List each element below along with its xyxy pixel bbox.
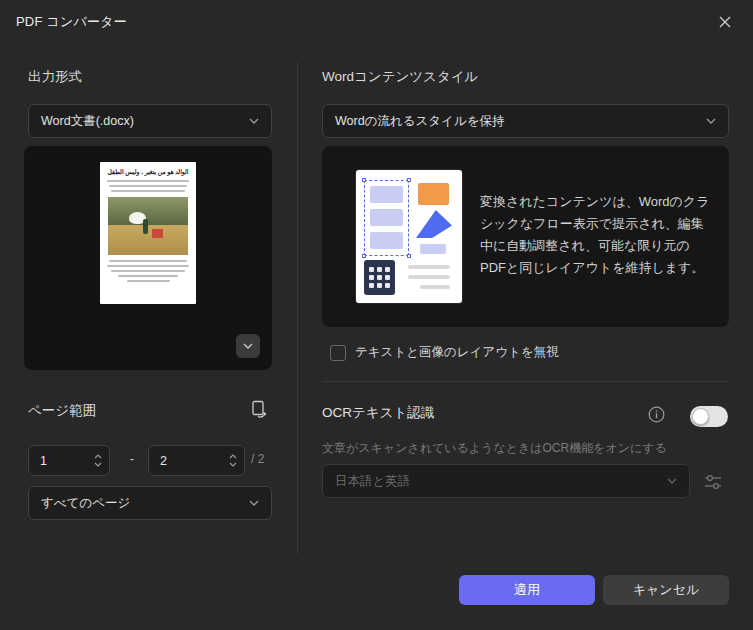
thumbnail-text-line	[109, 260, 186, 262]
output-format-label: 出力形式	[28, 68, 82, 86]
thumbnail-text-line	[111, 190, 184, 192]
toggle-knob	[692, 408, 709, 425]
close-icon	[718, 15, 732, 29]
output-format-value: Word文書(.docx)	[41, 113, 134, 130]
chevron-down-icon	[706, 118, 716, 124]
close-button[interactable]	[711, 8, 739, 36]
page-to-value: 2	[160, 454, 167, 468]
page-from-value: 1	[40, 454, 47, 468]
ocr-hint-text: 文章がスキャンされているようなときはOCR機能をオンにする	[322, 440, 667, 457]
style-description-text: 変換されたコンテンツは、Wordのクラシックなフロー表示で提示され、編集中に自動…	[480, 191, 712, 279]
pages-scope-value: すべてのページ	[41, 495, 130, 512]
ignore-layout-label: テキストと画像のレイアウトを無視	[355, 344, 559, 361]
orange-block	[418, 183, 449, 205]
illustration-bottle-shape	[143, 219, 148, 234]
pdf-converter-dialog: PDF コンバーター 出力形式 Word文書(.docx) الوالد هو …	[0, 0, 753, 630]
thumbnail-text-line	[118, 275, 178, 277]
thumbnail-text-line	[107, 180, 189, 182]
vertical-divider	[297, 62, 298, 554]
info-icon[interactable]	[648, 406, 665, 423]
horizontal-divider	[322, 381, 729, 382]
preview-expand-button[interactable]	[236, 334, 260, 358]
style-description-panel: 変換されたコンテンツは、Wordのクラシックなフロー表示で提示され、編集中に自動…	[322, 146, 729, 327]
blue-shape	[416, 210, 452, 238]
selection-box	[364, 180, 409, 256]
pages-scope-select[interactable]: すべてのページ	[28, 486, 272, 520]
chevron-up-icon	[229, 454, 237, 459]
stepper-spin-buttons[interactable]	[229, 454, 237, 467]
preview-panel: الوالد هو من يتغير ، وليس الطفل	[24, 146, 272, 370]
output-format-select[interactable]: Word文書(.docx)	[28, 104, 272, 138]
thumbnail-illustration	[108, 197, 188, 255]
ignore-layout-row: テキストと画像のレイアウトを無視	[330, 344, 559, 361]
word-style-value: Wordの流れるスタイルを保持	[335, 113, 504, 130]
sliders-icon	[703, 472, 723, 492]
ocr-toggle[interactable]	[690, 406, 728, 427]
dialog-title: PDF コンバーター	[16, 13, 127, 31]
page-range-label: ページ範囲	[28, 402, 96, 420]
lavender-block	[420, 244, 446, 254]
word-style-select[interactable]: Wordの流れるスタイルを保持	[322, 104, 729, 138]
page-from-stepper[interactable]: 1	[28, 445, 110, 476]
chevron-down-icon	[249, 500, 259, 506]
title-bar: PDF コンバーター	[0, 0, 753, 44]
ocr-advanced-settings-button[interactable]	[700, 469, 726, 495]
thumbnail-text-line	[111, 270, 184, 272]
ignore-layout-checkbox[interactable]	[330, 345, 346, 361]
range-separator: -	[122, 451, 142, 466]
layout-illustration	[356, 170, 462, 303]
page-to-stepper[interactable]: 2	[148, 445, 245, 476]
thumbnail-title: الوالد هو من يتغير ، وليس الطفل	[105, 169, 191, 176]
chevron-down-icon	[243, 343, 253, 349]
page-range-settings-button[interactable]	[246, 396, 272, 422]
apply-button[interactable]: 適用	[459, 575, 595, 605]
chevron-up-icon	[94, 454, 102, 459]
thumbnail-text-line	[107, 265, 189, 267]
chevron-down-icon	[249, 118, 259, 124]
chevron-down-icon	[229, 462, 237, 467]
document-thumbnail: الوالد هو من يتغير ، وليس الطفل	[100, 162, 196, 304]
chevron-down-icon	[94, 462, 102, 467]
ocr-language-value: 日本語と英語	[335, 473, 410, 490]
illustration-box-shape	[152, 229, 163, 238]
ocr-label: OCRテキスト認識	[322, 404, 434, 422]
thumbnail-text-line	[109, 185, 186, 187]
cancel-button[interactable]: キャンセル	[603, 575, 729, 605]
stepper-spin-buttons[interactable]	[94, 454, 102, 467]
chevron-down-icon	[667, 478, 677, 484]
page-total: / 2	[251, 452, 264, 466]
ocr-language-select[interactable]: 日本語と英語	[322, 464, 690, 498]
page-refresh-icon	[249, 399, 269, 419]
keypad-block	[364, 260, 395, 295]
thumbnail-text-line	[127, 280, 170, 282]
word-style-label: Wordコンテンツスタイル	[322, 68, 478, 86]
